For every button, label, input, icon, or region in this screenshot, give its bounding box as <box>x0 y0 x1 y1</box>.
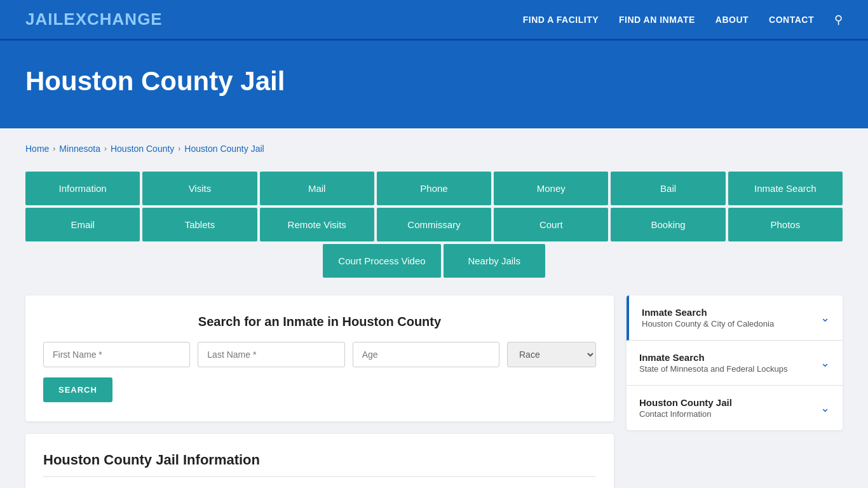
inmate-search-box: Search for an Inmate in Houston County R… <box>25 295 614 421</box>
info-title: Houston County Jail Information <box>43 452 596 477</box>
sidebar-item-title-1: Inmate Search <box>639 352 813 363</box>
nav-find-facility[interactable]: FIND A FACILITY <box>523 15 599 25</box>
btn-mail[interactable]: Mail <box>260 172 374 205</box>
chevron-down-icon-2: ⌄ <box>820 401 830 415</box>
last-name-input[interactable] <box>198 342 344 367</box>
content-area: Home › Minnesota › Houston County › Hous… <box>0 128 868 488</box>
left-panel: Search for an Inmate in Houston County R… <box>25 295 614 488</box>
btn-booking[interactable]: Booking <box>611 208 725 241</box>
search-button[interactable]: SEARCH <box>43 377 112 402</box>
breadcrumb-minnesota[interactable]: Minnesota <box>59 144 100 154</box>
navbar: JAILEXCHANGE FIND A FACILITY FIND AN INM… <box>0 0 868 41</box>
chevron-down-icon-0: ⌄ <box>820 311 830 325</box>
hero-section: Houston County Jail <box>0 41 868 128</box>
btn-commissary[interactable]: Commissary <box>377 208 491 241</box>
sidebar-item-inmate-search-local[interactable]: Inmate Search Houston County & City of C… <box>627 295 843 341</box>
btn-information[interactable]: Information <box>25 172 140 205</box>
btn-photos[interactable]: Photos <box>728 208 843 241</box>
button-grid-row2: Email Tablets Remote Visits Commissary C… <box>25 208 843 241</box>
race-select[interactable]: Race White Black Hispanic Asian Other <box>507 342 596 367</box>
sidebar-item-sub-0: Houston County & City of Caledonia <box>642 319 813 329</box>
btn-money[interactable]: Money <box>494 172 608 205</box>
breadcrumb: Home › Minnesota › Houston County › Hous… <box>25 144 843 154</box>
btn-remote-visits[interactable]: Remote Visits <box>260 208 374 241</box>
breadcrumb-sep-1: › <box>53 144 55 153</box>
btn-visits[interactable]: Visits <box>142 172 257 205</box>
logo-exchange: EXCHANGE <box>64 10 162 29</box>
btn-email[interactable]: Email <box>25 208 140 241</box>
breadcrumb-sep-3: › <box>178 144 180 153</box>
btn-inmate-search[interactable]: Inmate Search <box>728 172 843 205</box>
sidebar-item-inmate-search-state[interactable]: Inmate Search State of Minnesota and Fed… <box>627 341 843 386</box>
main-layout: Search for an Inmate in Houston County R… <box>25 295 843 488</box>
nav-links: FIND A FACILITY FIND AN INMATE ABOUT CON… <box>523 13 843 27</box>
breadcrumb-sep-2: › <box>104 144 107 153</box>
btn-nearby-jails[interactable]: Nearby Jails <box>444 244 545 278</box>
btn-bail[interactable]: Bail <box>611 172 725 205</box>
btn-tablets[interactable]: Tablets <box>142 208 257 241</box>
button-grid-row1: Information Visits Mail Phone Money Bail… <box>25 172 843 205</box>
search-fields: Race White Black Hispanic Asian Other <box>43 342 596 367</box>
btn-phone[interactable]: Phone <box>377 172 491 205</box>
nav-find-inmate[interactable]: FIND AN INMATE <box>619 15 695 25</box>
sidebar-card: Inmate Search Houston County & City of C… <box>627 295 843 430</box>
inmate-search-title: Search for an Inmate in Houston County <box>43 315 596 329</box>
btn-court-process-video[interactable]: Court Process Video <box>323 244 440 278</box>
sidebar-item-sub-2: Contact Information <box>639 409 813 419</box>
page-title: Houston County Jail <box>25 66 843 97</box>
search-icon[interactable]: ⚲ <box>834 13 843 27</box>
sidebar-item-contact-info[interactable]: Houston County Jail Contact Information … <box>627 386 843 430</box>
sidebar-item-title-0: Inmate Search <box>642 307 813 318</box>
button-grid-row3: Court Process Video Nearby Jails <box>25 244 843 278</box>
sidebar-item-title-2: Houston County Jail <box>639 397 813 408</box>
logo[interactable]: JAILEXCHANGE <box>25 10 163 29</box>
sidebar-item-sub-1: State of Minnesota and Federal Lockups <box>639 364 813 374</box>
logo-jail: JAIL <box>25 10 64 29</box>
btn-court[interactable]: Court <box>494 208 608 241</box>
breadcrumb-houston-county[interactable]: Houston County <box>111 144 174 154</box>
nav-contact[interactable]: CONTACT <box>769 15 814 25</box>
info-box: Houston County Jail Information <box>25 434 614 488</box>
breadcrumb-houston-county-jail[interactable]: Houston County Jail <box>184 144 264 154</box>
chevron-down-icon-1: ⌄ <box>820 356 830 370</box>
age-input[interactable] <box>353 342 499 367</box>
first-name-input[interactable] <box>43 342 190 367</box>
nav-about[interactable]: ABOUT <box>715 15 749 25</box>
right-sidebar: Inmate Search Houston County & City of C… <box>627 295 843 430</box>
breadcrumb-home[interactable]: Home <box>25 144 49 154</box>
